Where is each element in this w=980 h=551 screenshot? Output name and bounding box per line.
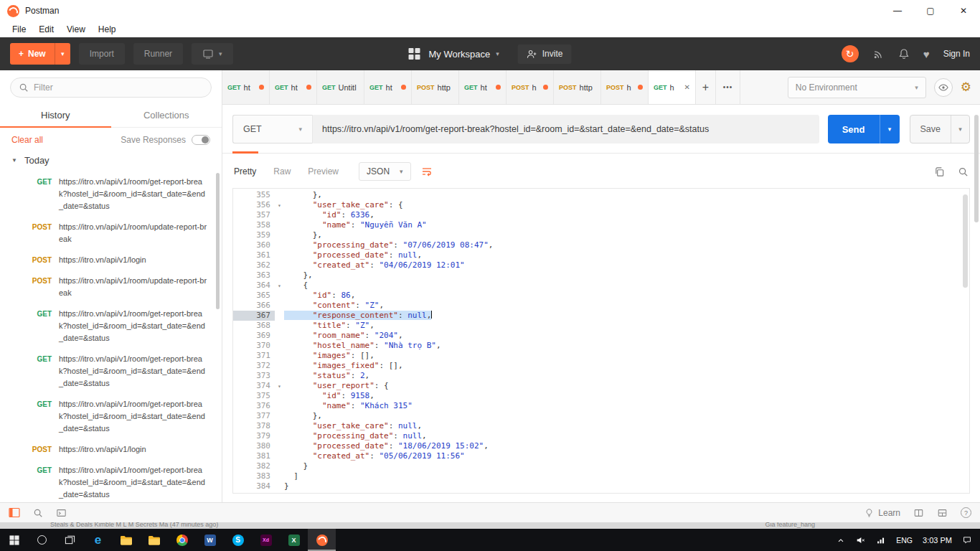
filter-input[interactable]: [10, 77, 212, 98]
response-format-selector[interactable]: JSON ▾: [359, 162, 411, 181]
heart-icon[interactable]: ♥: [923, 48, 930, 60]
wrap-text-button[interactable]: [421, 166, 433, 177]
taskbar-adobe-xd[interactable]: Xd: [252, 529, 280, 551]
response-view-pretty[interactable]: Pretty: [234, 166, 256, 176]
today-group-toggle[interactable]: ▼ Today: [0, 149, 222, 171]
fold-toggle-icon[interactable]: ▾: [275, 381, 284, 391]
history-item[interactable]: GEThttps://itro.vn/api/v1/room/get-repor…: [0, 349, 222, 394]
history-item[interactable]: GEThttps://itro.vn/api/v1/room/get-repor…: [0, 460, 222, 502]
main-scrollbar[interactable]: [974, 115, 979, 222]
signin-button[interactable]: Sign In: [943, 49, 970, 59]
menu-item-view[interactable]: View: [60, 22, 92, 37]
line-number: 366: [233, 301, 275, 311]
sync-status-icon[interactable]: ↻: [842, 45, 859, 62]
request-tab[interactable]: POSThttp: [412, 70, 459, 104]
settings-gear-icon[interactable]: ⚙: [961, 81, 971, 93]
statusbar-search-button[interactable]: [33, 508, 43, 518]
response-view-preview[interactable]: Preview: [308, 166, 339, 176]
code-text: "user_take_care": {: [284, 200, 403, 210]
request-tab[interactable]: GETht: [459, 70, 507, 104]
url-input[interactable]: [313, 115, 819, 143]
taskbar-cortana-search[interactable]: [28, 529, 56, 551]
runner-button[interactable]: Runner: [133, 43, 183, 65]
response-view-raw[interactable]: Raw: [273, 166, 291, 176]
send-button[interactable]: Send: [828, 115, 880, 143]
invite-button[interactable]: Invite: [518, 44, 572, 64]
taskbar-start[interactable]: [0, 529, 28, 551]
menu-item-file[interactable]: File: [6, 22, 32, 37]
request-tab[interactable]: GETht: [222, 70, 270, 104]
help-button[interactable]: ?: [961, 507, 971, 518]
history-item[interactable]: POSThttps://itro.vn/api/v1/login: [0, 250, 222, 270]
taskbar-file-explorer[interactable]: [112, 529, 140, 551]
menu-item-help[interactable]: Help: [92, 22, 123, 37]
taskbar-excel[interactable]: X: [280, 529, 308, 551]
request-tab[interactable]: GETUntitl: [317, 70, 364, 104]
environment-selector[interactable]: No Environment ▾: [788, 77, 926, 98]
request-tab[interactable]: POSTh: [507, 70, 554, 104]
fold-toggle-icon[interactable]: ▾: [275, 200, 284, 210]
clear-all-link[interactable]: Clear all: [11, 135, 43, 145]
request-tab[interactable]: POSThttp: [554, 70, 601, 104]
clock[interactable]: 3:03 PM: [918, 529, 957, 551]
background-text-fragment: Steals & Deals Kimble M L M Secrets Ma (…: [50, 522, 218, 528]
new-button[interactable]: + New: [10, 43, 55, 65]
more-tabs-button[interactable]: •••: [716, 70, 740, 104]
save-responses-toggle[interactable]: [192, 135, 210, 145]
taskbar-word[interactable]: W: [196, 529, 224, 551]
workspace-selector[interactable]: My Workspace ▾: [429, 49, 499, 60]
tab-collections[interactable]: Collections: [111, 103, 222, 127]
menu-item-edit[interactable]: Edit: [32, 22, 60, 37]
volume-button[interactable]: [850, 529, 871, 551]
new-dropdown-button[interactable]: ▾: [55, 43, 70, 65]
close-tab-icon[interactable]: ✕: [684, 83, 690, 91]
taskbar-postman[interactable]: [308, 529, 336, 551]
minimize-button[interactable]: —: [881, 0, 914, 22]
taskbar-chrome[interactable]: [168, 529, 196, 551]
request-tab[interactable]: GETht: [364, 70, 412, 104]
environment-preview-button[interactable]: [934, 78, 953, 97]
history-item[interactable]: POSThttps://itro.vn/api/v1/room/update-r…: [0, 217, 222, 250]
tray-expand-button[interactable]: [831, 529, 850, 551]
satellite-icon[interactable]: [872, 48, 885, 60]
taskbar-task-view[interactable]: [56, 529, 84, 551]
method-selector[interactable]: GET ▾: [232, 115, 313, 143]
import-button[interactable]: Import: [79, 43, 125, 65]
history-item[interactable]: POSThttps://itro.vn/api/v1/login: [0, 439, 222, 460]
console-button[interactable]: [56, 508, 67, 518]
request-tab[interactable]: GETh✕: [649, 70, 696, 104]
close-button[interactable]: ✕: [947, 0, 980, 22]
capture-button[interactable]: ▾: [192, 43, 233, 65]
learn-button[interactable]: Learn: [864, 508, 900, 518]
response-scrollbar[interactable]: [963, 194, 968, 288]
copy-response-button[interactable]: [934, 166, 945, 177]
maximize-button[interactable]: ▢: [914, 0, 947, 22]
layout-button[interactable]: [937, 508, 948, 518]
history-item[interactable]: GEThttps://itro.vn/api/v1/room/get-repor…: [0, 171, 222, 217]
request-tab-label: h: [670, 83, 682, 92]
taskbar-skype[interactable]: S: [224, 529, 252, 551]
new-tab-button[interactable]: +: [696, 70, 716, 104]
language-indicator[interactable]: ENG: [891, 529, 918, 551]
notification-center-button[interactable]: [957, 529, 977, 551]
request-tab[interactable]: POSTh: [601, 70, 649, 104]
search-response-button[interactable]: [958, 166, 969, 177]
history-item[interactable]: GEThttps://itro.vn/api/v1/room/get-repor…: [0, 303, 222, 349]
sidebar-toggle-button[interactable]: [9, 507, 20, 518]
two-pane-view-button[interactable]: [913, 508, 924, 518]
save-options-button[interactable]: ▾: [951, 116, 969, 143]
bell-icon[interactable]: [898, 48, 910, 60]
request-tab[interactable]: GETht: [270, 70, 317, 104]
network-button[interactable]: [871, 529, 891, 551]
format-label: JSON: [367, 166, 390, 176]
sidebar-scrollbar[interactable]: [216, 173, 220, 309]
fold-toggle-icon[interactable]: ▾: [275, 281, 284, 291]
taskbar-edge[interactable]: e: [84, 529, 112, 551]
save-button[interactable]: Save: [910, 116, 951, 143]
tab-history[interactable]: History: [0, 103, 111, 127]
send-options-button[interactable]: ▾: [880, 115, 900, 143]
history-item-url: https://itro.vn/api/v1/room/update-repor…: [59, 221, 209, 245]
history-item[interactable]: GEThttps://itro.vn/api/v1/room/get-repor…: [0, 394, 222, 439]
taskbar-folder[interactable]: [140, 529, 168, 551]
history-item[interactable]: POSThttps://itro.vn/api/v1/room/update-r…: [0, 270, 222, 303]
